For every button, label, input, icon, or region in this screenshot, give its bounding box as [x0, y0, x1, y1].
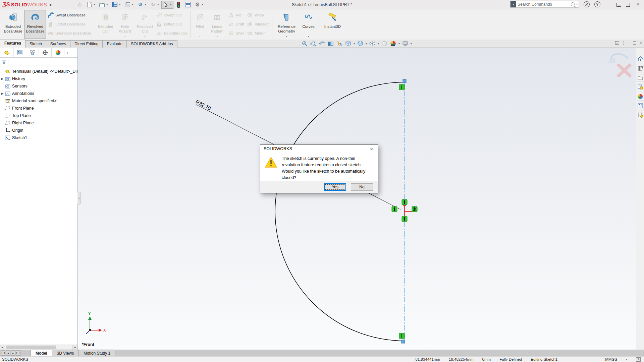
rebuild-button[interactable]: [174, 1, 183, 9]
quick-tips-icon[interactable]: ?: [636, 357, 641, 362]
first-tab-arrow[interactable]: ❘◄: [1, 350, 5, 356]
display-style-icon[interactable]: [357, 41, 364, 47]
constraint-cluster-bottom[interactable]: [399, 333, 405, 343]
scroll-left-arrow[interactable]: ◄: [0, 345, 5, 350]
last-tab-arrow[interactable]: ►❘: [16, 350, 20, 356]
view-orientation-icon[interactable]: [345, 41, 352, 47]
view-palette-button[interactable]: [637, 83, 644, 91]
tab-configurationmanager[interactable]: [26, 48, 39, 57]
tree-item-top-plane[interactable]: Top Plane: [0, 112, 77, 119]
tree-item-history[interactable]: ▶ History: [0, 75, 77, 82]
tab-surfaces[interactable]: Surfaces: [46, 40, 70, 48]
lofted-boss-base-button[interactable]: Lofted Boss/Base: [48, 21, 91, 27]
reference-geometry-button[interactable]: ReferenceGeometry ▾: [274, 10, 299, 39]
tab-3d-views[interactable]: 3D Views: [52, 350, 79, 356]
pane-arrows-icon[interactable]: ↔: [616, 3, 621, 7]
rib-button[interactable]: Rib: [228, 12, 245, 18]
open-dropdown-arrow[interactable]: ▾: [106, 3, 108, 6]
doc-tabbed-icon[interactable]: ⟨: [623, 41, 624, 45]
scroll-right-arrow[interactable]: ►: [72, 345, 77, 350]
filter-funnel-icon[interactable]: [1, 59, 7, 65]
view-settings-icon[interactable]: [402, 41, 409, 47]
print-dropdown-arrow[interactable]: ▾: [132, 3, 133, 6]
shell-button[interactable]: Shell: [228, 30, 245, 37]
extruded-cut-button[interactable]: ExtrudedCut: [96, 10, 115, 39]
mirror-button[interactable]: Mirror: [247, 30, 269, 37]
expand-arrow-icon[interactable]: ▶: [0, 92, 5, 95]
print-button[interactable]: ▾: [123, 1, 135, 9]
tree-tabs-overflow-arrow[interactable]: ›: [64, 51, 70, 55]
tab-featuremanager[interactable]: [1, 48, 13, 57]
tab-solidworks-add-ins[interactable]: SOLIDWORKS Add-Ins: [126, 40, 177, 48]
appearances-button[interactable]: [637, 93, 644, 101]
new-dropdown-arrow[interactable]: ▾: [94, 3, 95, 6]
search-scope-icon[interactable]: ›: [511, 1, 516, 7]
status-units[interactable]: MMGS: [605, 357, 617, 361]
taskpane-home-button[interactable]: [637, 55, 644, 63]
file-properties-button[interactable]: [183, 1, 192, 9]
tab-propertymanager[interactable]: [13, 48, 26, 57]
display-style-dropdown-arrow[interactable]: ▾: [366, 42, 367, 45]
extruded-boss-base-button[interactable]: ExtrudedBoss/Base: [2, 10, 24, 39]
tree-item-origin[interactable]: Origin: [0, 127, 77, 134]
doc-close-button[interactable]: ×: [640, 41, 642, 45]
revolved-cut-button[interactable]: RevolvedCut ▾: [135, 10, 154, 39]
tab-model[interactable]: Model: [31, 350, 52, 356]
tree-item-right-plane[interactable]: Right Plane: [0, 119, 77, 127]
wrap-button[interactable]: ED Wrap: [247, 12, 269, 18]
boundary-boss-base-button[interactable]: Boundary Boss/Base: [48, 30, 91, 37]
tree-item-front-plane[interactable]: Front Plane: [0, 105, 77, 112]
doc-minimize-button[interactable]: –: [627, 41, 630, 45]
swept-cut-button[interactable]: Swept Cut: [156, 12, 187, 18]
hide-show-dropdown-arrow[interactable]: ▾: [378, 42, 379, 45]
save-dropdown-arrow[interactable]: ▾: [119, 3, 120, 6]
solidworks-forum-button[interactable]: ?: [637, 111, 644, 119]
tree-item-sketch1[interactable]: Sketch1: [0, 134, 77, 141]
dialog-close-button[interactable]: ×: [369, 146, 374, 152]
minimize-button[interactable]: –: [605, 1, 612, 7]
tab-motion-study-1[interactable]: Motion Study 1: [78, 350, 115, 356]
close-button[interactable]: ×: [635, 1, 641, 7]
fillet-button[interactable]: Fillet ▾: [192, 10, 208, 39]
search-dropdown-arrow[interactable]: ▾: [576, 3, 578, 6]
options-dropdown-arrow[interactable]: ▾: [202, 3, 203, 6]
graphics-area[interactable]: R32.70: [78, 48, 636, 350]
annotation-visibility-icon[interactable]: A: [336, 41, 343, 47]
panel-collapse-handle[interactable]: ◂: [77, 192, 80, 204]
yes-button[interactable]: Yes: [324, 183, 346, 191]
tree-filter-input[interactable]: [8, 59, 76, 65]
fillet-dropdown-arrow[interactable]: ▾: [199, 35, 201, 38]
view-settings-dropdown-arrow[interactable]: ▾: [411, 42, 412, 45]
doc-pane-icon[interactable]: ↔: [615, 41, 619, 45]
hole-wizard-button[interactable]: HoleWizard ▾: [115, 10, 134, 39]
tree-item-part[interactable]: TennisBall (Default) <<Default>_Displa: [0, 68, 77, 75]
draft-button[interactable]: Draft: [228, 21, 245, 27]
section-view-icon[interactable]: [327, 41, 334, 47]
lofted-cut-button[interactable]: Lofted Cut: [156, 21, 187, 27]
custom-properties-button[interactable]: [637, 102, 644, 110]
new-document-button[interactable]: ▾: [85, 1, 97, 9]
open-button[interactable]: ▾: [98, 1, 110, 9]
sketch-arc[interactable]: [275, 82, 405, 341]
revolved-cut-dropdown-arrow[interactable]: ▾: [144, 35, 145, 38]
search-input[interactable]: [516, 2, 571, 7]
linear-pattern-dropdown-arrow[interactable]: ▾: [217, 35, 218, 38]
undo-button[interactable]: ↺▾: [136, 1, 148, 9]
home-button[interactable]: ⌂: [75, 1, 84, 9]
zoom-area-icon[interactable]: [310, 41, 317, 47]
tree-item-material[interactable]: Material <not specified>: [0, 97, 77, 105]
tree-item-annotations[interactable]: ▶ A Annotations: [0, 90, 77, 97]
tab-evaluate[interactable]: Evaluate: [102, 40, 127, 48]
next-tab-arrow[interactable]: ►: [11, 350, 15, 356]
restore-button[interactable]: [626, 3, 630, 7]
help-button[interactable]: ?: [594, 1, 600, 7]
undo-dropdown-arrow[interactable]: ▾: [145, 3, 146, 6]
redo-button[interactable]: ↻▾: [149, 1, 161, 9]
tab-direct-editing[interactable]: Direct Editing: [70, 40, 103, 48]
edit-appearance-icon[interactable]: [381, 41, 388, 47]
boundary-cut-button[interactable]: Boundary Cut: [156, 30, 187, 37]
search-icon[interactable]: [571, 2, 575, 6]
radius-dimension-text[interactable]: R32.70: [195, 99, 212, 111]
tab-features[interactable]: Features: [0, 40, 25, 48]
scrollbar-thumb[interactable]: [6, 346, 56, 349]
